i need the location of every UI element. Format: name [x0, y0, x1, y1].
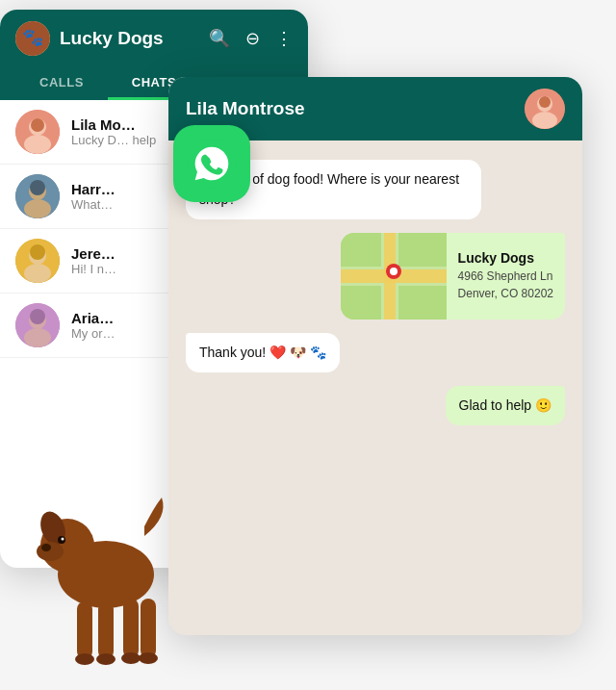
svg-point-9 [30, 180, 45, 195]
location-business-name: Lucky Dogs [458, 250, 553, 266]
svg-point-13 [30, 244, 45, 260]
svg-point-16 [24, 328, 51, 347]
address-line2: Denver, CO 80202 [458, 287, 553, 300]
chat-contact-name: Lila Montrose [186, 98, 511, 119]
message-location: Lucky Dogs 4966 Shepherd Ln Denver, CO 8… [341, 233, 565, 319]
svg-rect-42 [141, 599, 156, 658]
svg-rect-40 [98, 601, 114, 659]
svg-rect-39 [77, 601, 92, 659]
location-map-thumbnail [341, 233, 447, 319]
svg-point-4 [24, 135, 51, 154]
svg-point-44 [96, 653, 116, 665]
svg-rect-28 [341, 286, 381, 319]
address-line1: 4966 Shepherd Ln [458, 269, 553, 283]
svg-point-38 [62, 538, 64, 541]
avatar-harr [15, 174, 60, 218]
app-logo-avatar: 🐾 [15, 21, 50, 56]
svg-point-31 [390, 268, 398, 275]
svg-rect-27 [398, 233, 447, 267]
svg-point-22 [539, 96, 551, 108]
svg-point-17 [30, 309, 45, 324]
svg-rect-29 [398, 286, 447, 319]
location-address: 4966 Shepherd Ln Denver, CO 80202 [458, 268, 553, 302]
camera-icon[interactable]: ⊖ [245, 28, 260, 49]
message-4-text: Glad to help 🙂 [459, 397, 552, 413]
message-3-text: Thank you! ❤️ 🐶 🐾 [199, 345, 326, 360]
message-3: Thank you! ❤️ 🐶 🐾 [186, 333, 340, 372]
location-info: Lucky Dogs 4966 Shepherd Ln Denver, CO 8… [447, 233, 565, 319]
svg-point-21 [532, 112, 557, 129]
message-4: Glad to help 🙂 [446, 386, 565, 425]
svg-point-45 [121, 652, 141, 664]
svg-point-46 [139, 652, 158, 664]
search-icon[interactable]: 🔍 [209, 28, 230, 49]
svg-text:🐾: 🐾 [22, 27, 44, 48]
tab-calls[interactable]: CALLS [15, 65, 108, 100]
avatar-aria [15, 303, 60, 347]
svg-rect-26 [341, 233, 381, 267]
svg-rect-41 [123, 599, 139, 658]
chat-panel-avatar [525, 89, 565, 129]
header-icons: 🔍 ⊖ ⋮ [209, 28, 293, 49]
svg-point-35 [37, 542, 64, 561]
svg-point-36 [41, 544, 51, 551]
svg-point-12 [24, 264, 51, 283]
svg-point-8 [24, 199, 51, 218]
app-title: Lucky Dogs [60, 28, 209, 49]
chat-messages: I ran out of dog food! Where is your nea… [168, 141, 582, 635]
avatar-lila [15, 110, 60, 154]
dog-silhouette [19, 478, 173, 690]
more-icon[interactable]: ⋮ [275, 28, 293, 49]
whatsapp-icon-bubble [173, 125, 250, 202]
avatar-jere [15, 239, 60, 283]
svg-point-5 [31, 118, 44, 132]
svg-point-43 [75, 653, 94, 665]
